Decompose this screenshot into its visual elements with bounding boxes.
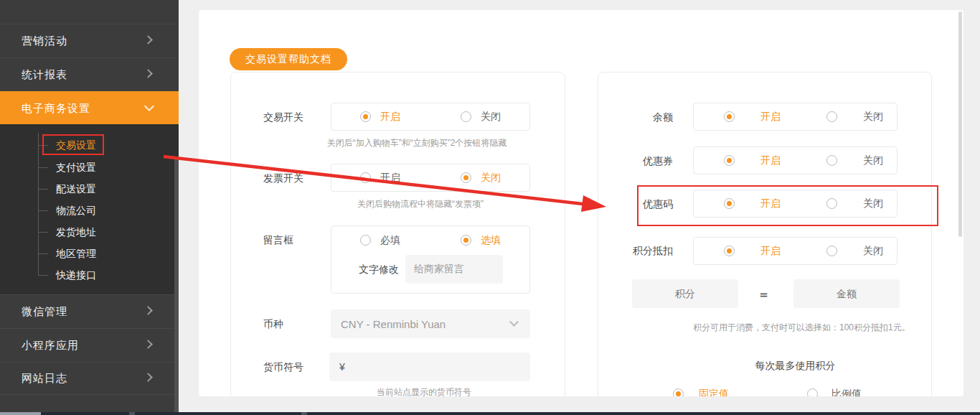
points-on-label[interactable]: 开启 bbox=[760, 245, 781, 258]
tree-tick bbox=[38, 167, 48, 168]
coupon-on-label[interactable]: 开启 bbox=[760, 154, 781, 167]
currency-label: 币种 bbox=[263, 317, 283, 331]
sidebar-subitem-express-interface[interactable]: 快递接口 bbox=[0, 264, 179, 286]
trade-switch-label: 交易开关 bbox=[263, 110, 303, 124]
sidebar-subitem-logistics-company[interactable]: 物流公司 bbox=[0, 200, 179, 221]
sidebar-item-label: 微信管理 bbox=[22, 305, 67, 319]
balance-on-radio[interactable] bbox=[724, 111, 735, 122]
sidebar-item-label: 营销活动 bbox=[22, 34, 67, 48]
sidebar-subitem-label: 配送设置 bbox=[56, 178, 96, 200]
discount-settings-card: 余额 开启 关闭 优惠券 开启 关闭 优惠码 bbox=[598, 72, 932, 396]
invoice-switch-on-label[interactable]: 开启 bbox=[380, 172, 400, 185]
ratio-value-label[interactable]: 比例值 bbox=[831, 388, 862, 396]
balance-on-label[interactable]: 开启 bbox=[760, 111, 781, 123]
message-optional-label[interactable]: 选填 bbox=[481, 234, 501, 247]
sidebar-subitem-label: 地区管理 bbox=[56, 243, 96, 264]
message-box-label: 留言框 bbox=[263, 233, 293, 247]
message-required-label[interactable]: 必填 bbox=[380, 234, 400, 247]
coupon-label: 优惠券 bbox=[598, 154, 673, 168]
points-off-label[interactable]: 关闭 bbox=[863, 245, 883, 258]
sidebar-item-miniprogram[interactable]: 小程序应用 bbox=[0, 328, 179, 362]
invoice-switch-label: 发票开关 bbox=[263, 171, 303, 185]
message-required-radio[interactable] bbox=[360, 235, 371, 246]
invoice-switch-toggle: 开启 关闭 bbox=[331, 164, 530, 192]
text-edit-label: 文字修改 bbox=[359, 264, 399, 276]
sidebar-item-label: 电子商务设置 bbox=[22, 101, 90, 115]
sidebar-subitem-label: 发货地址 bbox=[56, 221, 96, 243]
trade-switch-off-radio[interactable] bbox=[461, 111, 471, 122]
coupon-on-radio[interactable] bbox=[724, 155, 735, 166]
sidebar-item-wechat[interactable]: 微信管理 bbox=[0, 294, 179, 328]
taskbar-segment bbox=[301, 412, 307, 415]
coupon-code-on-radio[interactable] bbox=[724, 198, 735, 209]
currency-symbol-label: 货币符号 bbox=[263, 360, 303, 374]
invoice-switch-note: 关闭后购物流程中将隐藏“发票项” bbox=[263, 198, 578, 210]
tree-tick bbox=[38, 189, 48, 190]
points-input[interactable] bbox=[632, 279, 738, 308]
main-content: 交易设置帮助文档 交易开关 开启 关闭 关闭后“加入购物车”和“立刻购买”2个按… bbox=[179, 0, 980, 412]
points-deduction-toggle: 开启 关闭 bbox=[693, 237, 897, 265]
coupon-off-radio[interactable] bbox=[826, 155, 837, 166]
message-optional-radio[interactable] bbox=[461, 235, 471, 246]
sidebar-subitem-payment-settings[interactable]: 支付设置 bbox=[0, 157, 179, 178]
coupon-toggle: 开启 关闭 bbox=[693, 146, 897, 174]
sidebar-item-reports[interactable]: 统计报表 bbox=[0, 57, 179, 91]
sidebar-subitem-label: 支付设置 bbox=[56, 157, 96, 178]
sidebar-item-label: 网站日志 bbox=[22, 372, 67, 386]
max-points-heading: 每次最多使用积分 bbox=[693, 360, 897, 373]
amount-input[interactable] bbox=[793, 279, 900, 308]
sidebar-item-label: 统计报表 bbox=[22, 68, 67, 82]
coupon-code-on-label[interactable]: 开启 bbox=[760, 197, 781, 210]
ratio-value-radio[interactable] bbox=[807, 388, 818, 396]
chevron-right-icon bbox=[143, 340, 153, 349]
message-box-group: 必填 选填 文字修改 bbox=[331, 225, 530, 294]
sidebar-subitem-shipping-address[interactable]: 发货地址 bbox=[0, 221, 179, 243]
coupon-code-label: 优惠码 bbox=[598, 197, 673, 211]
panel-scrollbar[interactable] bbox=[958, 11, 962, 237]
balance-off-label[interactable]: 关闭 bbox=[863, 111, 883, 123]
trade-switch-off-label[interactable]: 关闭 bbox=[481, 111, 501, 123]
points-on-radio[interactable] bbox=[724, 246, 735, 256]
fixed-value-radio[interactable] bbox=[673, 388, 684, 396]
sidebar-item-label: 小程序应用 bbox=[22, 339, 79, 353]
taskbar-edge bbox=[0, 412, 980, 415]
trade-switch-on-radio[interactable] bbox=[360, 111, 371, 122]
balance-off-radio[interactable] bbox=[826, 111, 837, 122]
coupon-code-off-label[interactable]: 关闭 bbox=[863, 197, 883, 210]
chevron-right-icon bbox=[143, 35, 153, 45]
coupon-code-off-radio[interactable] bbox=[826, 198, 837, 209]
tree-tick bbox=[38, 210, 48, 211]
red-highlight-box-trade-settings bbox=[42, 134, 104, 155]
sidebar-subitem-region-management[interactable]: 地区管理 bbox=[0, 243, 179, 264]
currency-symbol-note: 当前站点显示的货币符号 bbox=[324, 386, 524, 396]
sidebar-item-marketing[interactable]: 营销活动 bbox=[0, 24, 179, 57]
currency-select[interactable]: CNY - Renminbi Yuan bbox=[331, 309, 530, 338]
invoice-switch-on-radio[interactable] bbox=[360, 172, 371, 183]
invoice-switch-off-radio[interactable] bbox=[461, 172, 471, 183]
currency-symbol-input[interactable] bbox=[329, 353, 530, 381]
sidebar-subitem-delivery-settings[interactable]: 配送设置 bbox=[0, 178, 179, 200]
points-deduction-label: 积分抵扣 bbox=[598, 243, 673, 258]
sidebar-item-ecommerce-settings[interactable]: 电子商务设置 bbox=[0, 91, 179, 124]
coupon-code-toggle: 开启 关闭 bbox=[693, 190, 897, 218]
taskbar-segment bbox=[0, 412, 41, 415]
balance-label: 余额 bbox=[598, 110, 673, 124]
tree-tick bbox=[38, 232, 48, 233]
trade-settings-card: 交易开关 开启 关闭 关闭后“加入购物车”和“立刻购买”2个按钮将隐藏 发票开关… bbox=[230, 72, 565, 396]
fixed-value-label[interactable]: 固定值 bbox=[699, 388, 729, 396]
sidebar: 营销活动 统计报表 电子商务设置 交易设置 支付设置 配送设置 bbox=[0, 0, 179, 412]
help-doc-button[interactable]: 交易设置帮助文档 bbox=[230, 48, 347, 70]
points-off-radio[interactable] bbox=[826, 246, 837, 256]
message-text-input[interactable] bbox=[405, 255, 503, 284]
sidebar-item-site-logs[interactable]: 网站日志 bbox=[0, 362, 179, 395]
trade-switch-on-label[interactable]: 开启 bbox=[380, 111, 400, 123]
coupon-off-label[interactable]: 关闭 bbox=[863, 154, 883, 167]
chevron-down-icon bbox=[144, 101, 154, 111]
taskbar-segment bbox=[129, 412, 135, 415]
chevron-right-icon bbox=[143, 373, 153, 382]
message-box-radio-row: 必填 选填 bbox=[331, 226, 529, 255]
trade-switch-toggle: 开启 关闭 bbox=[331, 103, 530, 131]
invoice-switch-off-label[interactable]: 关闭 bbox=[481, 172, 501, 185]
page: 营销活动 统计报表 电子商务设置 交易设置 支付设置 配送设置 bbox=[0, 0, 980, 415]
settings-panel: 交易设置帮助文档 交易开关 开启 关闭 关闭后“加入购物车”和“立刻购买”2个按… bbox=[199, 10, 963, 396]
